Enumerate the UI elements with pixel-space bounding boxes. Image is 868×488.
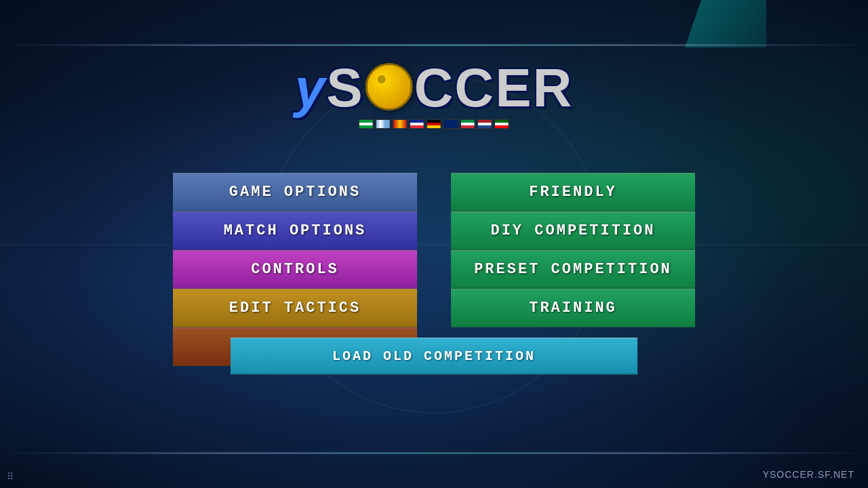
flag-nl (477, 119, 492, 129)
flag-fr (410, 119, 425, 129)
friendly-button[interactable]: FRIENDLY (451, 173, 695, 211)
chrome-bar-top (0, 44, 868, 46)
flags-strip (295, 119, 574, 129)
flag-pt (494, 119, 509, 129)
preset-competition-button[interactable]: PRESET COMPETITION (451, 250, 695, 289)
flag-ar (376, 119, 391, 129)
edit-tactics-button[interactable]: EDIT TACTICS (173, 289, 417, 327)
controls-button[interactable]: CONTROLS (173, 250, 417, 289)
diy-competition-button[interactable]: DIY COMPETITION (451, 211, 695, 250)
chrome-bar-bottom (0, 452, 868, 454)
logo-y: y (295, 58, 327, 118)
training-button[interactable]: TRAINING (451, 289, 695, 327)
load-old-competition-button[interactable]: LOAD OLD COMPETITION (231, 338, 637, 375)
flag-it (460, 119, 475, 129)
flag-gb (443, 119, 458, 129)
logo-cer: CCER (414, 58, 574, 118)
logo-container: ySCCER (295, 61, 574, 129)
flag-es (393, 119, 408, 129)
bottom-icons: ⠿ (7, 471, 14, 483)
flag-br (359, 119, 374, 129)
load-btn-container: LOAD OLD COMPETITION (231, 338, 637, 375)
logo-s: S (326, 58, 363, 118)
watermark: YSOCCER.SF.NET (763, 469, 854, 480)
logo: ySCCER (295, 61, 574, 116)
match-options-button[interactable]: MATCH OPTIONS (173, 211, 417, 250)
logo-ball (366, 63, 413, 110)
flag-de (427, 119, 441, 129)
game-options-button[interactable]: GAME OPTIONS (173, 173, 417, 211)
